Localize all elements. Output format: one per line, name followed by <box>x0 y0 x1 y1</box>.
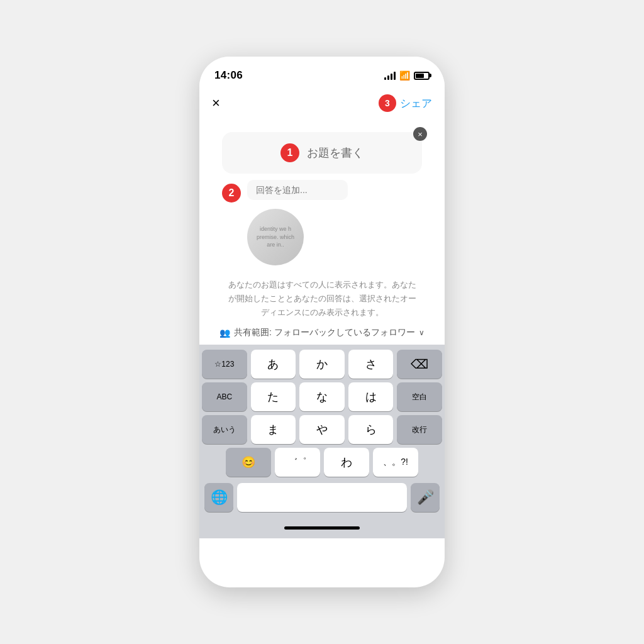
key-punctuation[interactable]: 、。?! <box>373 448 418 477</box>
profile-preview: identity we h premise. which are in.. <box>247 209 304 265</box>
audience-icon: 👥 <box>219 328 230 338</box>
info-text: あなたのお題はすべての人に表示されます。あなたが開始したこととあなたの回答は、選… <box>227 278 417 319</box>
nav-bar: × 3 シェア <box>199 87 445 119</box>
key-ta[interactable]: た <box>251 382 296 411</box>
close-button[interactable]: × <box>212 95 220 111</box>
keyboard: ☆123 あ か さ ⌫ ABC た な <box>199 345 445 517</box>
answer-row: 2 identity we h premise. which are in.. <box>222 180 422 265</box>
audience-label: 共有範囲: フォローバックしているフォロワー <box>234 327 415 338</box>
key-ma[interactable]: ま <box>251 415 296 444</box>
keyboard-row-3: あいう ま や ら 改行 <box>202 415 442 444</box>
content-area: × 1 お題を書く 2 identity we h premise. which… <box>199 119 445 338</box>
backspace-key[interactable]: ⌫ <box>397 350 442 379</box>
signal-icon <box>384 71 396 80</box>
key-space[interactable]: 空白 <box>397 382 442 411</box>
key-aiueo[interactable]: あいう <box>202 415 247 444</box>
home-bar <box>199 517 445 538</box>
globe-key[interactable]: 🌐 <box>204 483 233 512</box>
question-close-button[interactable]: × <box>413 127 427 141</box>
step-2-badge: 2 <box>222 184 241 203</box>
keyboard-bottom-row: 🌐 🎤 <box>202 480 442 517</box>
answer-area: 2 identity we h premise. which are in.. <box>222 180 422 265</box>
audience-selector[interactable]: 👥 共有範囲: フォローバックしているフォロワー ∨ <box>212 327 432 338</box>
key-symbols[interactable]: ☆123 <box>202 350 247 379</box>
mic-key[interactable]: 🎤 <box>411 483 440 512</box>
close-icon: × <box>418 130 423 139</box>
answer-input-wrapper: identity we h premise. which are in.. <box>247 180 348 265</box>
question-placeholder[interactable]: お題を書く <box>307 145 364 160</box>
keyboard-row-4: 😊 ゛゜ わ 、。?! <box>202 448 442 477</box>
key-sa[interactable]: さ <box>348 350 394 379</box>
step-1-badge: 1 <box>280 143 299 162</box>
key-ya[interactable]: や <box>299 415 345 444</box>
key-wa[interactable]: わ <box>324 448 369 477</box>
key-abc[interactable]: ABC <box>202 382 247 411</box>
wifi-icon: 📶 <box>399 70 410 80</box>
keyboard-row-1: ☆123 あ か さ ⌫ <box>202 350 442 379</box>
key-enter[interactable]: 改行 <box>397 415 442 444</box>
spacebar[interactable] <box>237 483 407 512</box>
share-area: 3 シェア <box>379 94 432 112</box>
chevron-down-icon: ∨ <box>419 328 425 337</box>
question-card: × 1 お題を書く <box>222 132 422 174</box>
share-button[interactable]: シェア <box>400 96 432 111</box>
home-indicator <box>284 526 360 530</box>
key-a[interactable]: あ <box>251 350 296 379</box>
phone-frame: 14:06 📶 × 3 シェア × 1 <box>199 57 445 587</box>
key-ka[interactable]: か <box>299 350 345 379</box>
key-emoji[interactable]: 😊 <box>226 448 271 477</box>
key-ra[interactable]: ら <box>348 415 394 444</box>
mic-icon: 🎤 <box>417 489 434 506</box>
key-na[interactable]: な <box>299 382 345 411</box>
profile-preview-text: identity we h premise. which are in.. <box>247 220 304 254</box>
status-icons: 📶 <box>384 70 430 80</box>
answer-input[interactable] <box>247 180 348 200</box>
battery-icon <box>414 72 430 80</box>
globe-icon: 🌐 <box>211 489 228 506</box>
status-time: 14:06 <box>214 69 243 82</box>
step-3-badge: 3 <box>379 94 396 112</box>
keyboard-row-2: ABC た な は 空白 <box>202 382 442 411</box>
status-bar: 14:06 📶 <box>199 57 445 87</box>
key-dakuten[interactable]: ゛゜ <box>275 448 320 477</box>
key-ha[interactable]: は <box>348 382 394 411</box>
